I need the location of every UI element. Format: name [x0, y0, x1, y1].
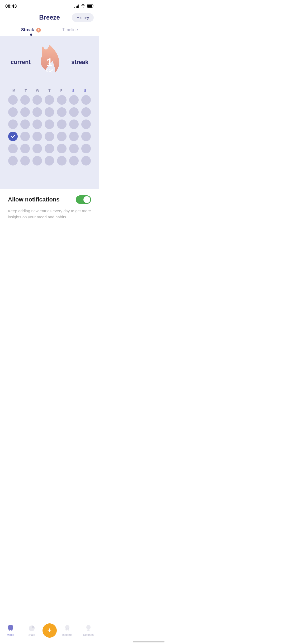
cal-dot-17[interactable] — [45, 119, 54, 129]
cal-dot-21[interactable] — [8, 132, 18, 141]
cal-dot-22[interactable] — [20, 132, 30, 141]
header: Breeze History — [0, 11, 99, 25]
history-button[interactable]: History — [72, 13, 94, 22]
cal-dot-41[interactable] — [81, 156, 91, 165]
tab-timeline[interactable]: Timeline — [57, 25, 83, 36]
cal-dot-13[interactable] — [81, 107, 91, 117]
app-title: Breeze — [39, 14, 60, 21]
cal-dot-31[interactable] — [45, 144, 54, 153]
cal-header-S2: S — [79, 89, 91, 93]
calendar: M T W T F S S — [0, 86, 99, 171]
cal-dot-10[interactable] — [45, 107, 54, 117]
cal-dot-27[interactable] — [81, 132, 91, 141]
cal-dot-38[interactable] — [45, 156, 54, 165]
cal-dot-37[interactable] — [32, 156, 42, 165]
streak-badge: 1 — [36, 28, 41, 33]
cal-dot-5[interactable] — [69, 95, 79, 105]
calendar-header: M T W T F S S — [8, 89, 91, 93]
cal-header-W: W — [32, 89, 44, 93]
cal-header-M: M — [8, 89, 20, 93]
svg-rect-1 — [87, 5, 92, 7]
signal-icon — [74, 4, 79, 8]
cal-dot-32[interactable] — [57, 144, 67, 153]
cal-dot-24[interactable] — [45, 132, 54, 141]
cal-dot-2[interactable] — [32, 95, 42, 105]
cal-header-T1: T — [20, 89, 32, 93]
status-bar: 08:43 — [0, 0, 99, 11]
notifications-label: Allow notifications — [8, 196, 60, 203]
cal-dot-1[interactable] — [20, 95, 30, 105]
cal-dot-12[interactable] — [69, 107, 79, 117]
cal-dot-30[interactable] — [32, 144, 42, 153]
cal-header-F: F — [55, 89, 67, 93]
battery-icon — [87, 4, 94, 9]
cal-dot-14[interactable] — [8, 119, 18, 129]
streak-section: current 1 day — [0, 36, 99, 86]
cal-header-S1: S — [67, 89, 79, 93]
cal-dot-18[interactable] — [57, 119, 67, 129]
streak-count: 1 day — [46, 57, 53, 73]
cal-dot-0[interactable] — [8, 95, 18, 105]
tabs: Streak 1 Timeline — [0, 25, 99, 36]
calendar-grid — [8, 95, 91, 165]
notifications-row: Allow notifications — [8, 195, 91, 204]
cal-dot-4[interactable] — [57, 95, 67, 105]
cal-dot-15[interactable] — [20, 119, 30, 129]
cal-dot-8[interactable] — [20, 107, 30, 117]
toggle-thumb — [83, 196, 90, 203]
cal-dot-34[interactable] — [81, 144, 91, 153]
cal-dot-6[interactable] — [81, 95, 91, 105]
cal-dot-19[interactable] — [69, 119, 79, 129]
cal-dot-36[interactable] — [20, 156, 30, 165]
cal-dot-26[interactable] — [69, 132, 79, 141]
cal-dot-11[interactable] — [57, 107, 67, 117]
cal-dot-28[interactable] — [8, 144, 18, 153]
cal-dot-23[interactable] — [32, 132, 42, 141]
status-icons — [74, 4, 94, 9]
cal-dot-3[interactable] — [45, 95, 54, 105]
cal-dot-39[interactable] — [57, 156, 67, 165]
wifi-icon — [81, 4, 85, 9]
cal-dot-35[interactable] — [8, 156, 18, 165]
cal-dot-7[interactable] — [8, 107, 18, 117]
notifications-toggle[interactable] — [76, 195, 91, 204]
streak-current-label: current — [11, 59, 31, 66]
cal-dot-40[interactable] — [69, 156, 79, 165]
cal-dot-9[interactable] — [32, 107, 42, 117]
flame-container: 1 day — [34, 44, 65, 81]
cal-dot-25[interactable] — [57, 132, 67, 141]
cal-dot-16[interactable] — [32, 119, 42, 129]
cal-dot-20[interactable] — [81, 119, 91, 129]
cal-header-T2: T — [44, 89, 55, 93]
main-content: current 1 day — [0, 36, 99, 189]
cal-dot-33[interactable] — [69, 144, 79, 153]
cal-dot-29[interactable] — [20, 144, 30, 153]
notifications-section: Allow notifications Keep adding new entr… — [0, 189, 99, 224]
status-time: 08:43 — [5, 4, 17, 9]
tab-streak[interactable]: Streak 1 — [16, 25, 46, 36]
notifications-description: Keep adding new entries every day to get… — [8, 208, 91, 220]
streak-streak-label: streak — [71, 59, 88, 66]
tab-active-indicator — [30, 34, 32, 36]
